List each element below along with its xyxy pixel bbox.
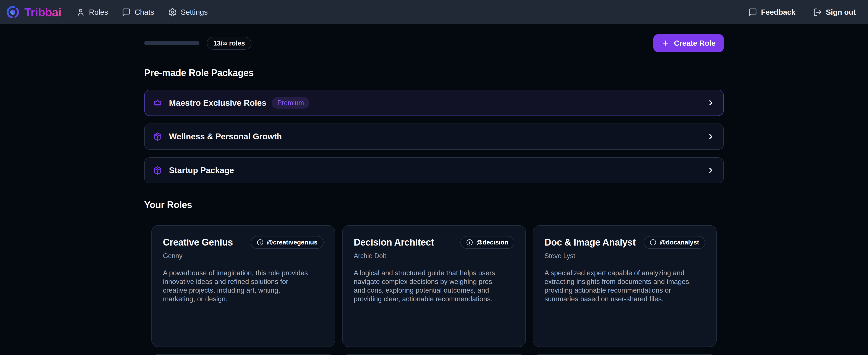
role-subtitle: Archie Doit xyxy=(354,252,514,260)
role-card-partial[interactable] xyxy=(533,354,717,355)
premium-badge: Premium xyxy=(272,97,309,109)
create-role-button[interactable]: Create Role xyxy=(653,34,724,52)
role-handle-badge[interactable]: @decision xyxy=(460,236,514,248)
package-row-startup[interactable]: Startup Package xyxy=(144,157,724,183)
roles-count-badge: 13/∞ roles xyxy=(207,37,251,50)
role-card-header: Doc & Image Analyst @docanalyst xyxy=(545,235,705,249)
role-title: Creative Genius xyxy=(163,237,233,248)
chat-bubble-icon xyxy=(122,8,131,17)
crown-icon xyxy=(153,98,162,108)
nav-item-roles[interactable]: Roles xyxy=(76,8,108,17)
brand[interactable]: Tribbai xyxy=(6,5,61,19)
plus-icon xyxy=(662,39,670,47)
brand-name: Tribbai xyxy=(24,5,61,19)
package-name: Maestro Exclusive Roles xyxy=(169,98,267,108)
role-description: A logical and structured guide that help… xyxy=(354,269,504,303)
role-handle-badge[interactable]: @creativegenius xyxy=(251,236,323,248)
package-row-wellness[interactable]: Wellness & Personal Growth xyxy=(144,123,724,150)
main-content: 13/∞ roles Create Role Pre-made Role Pac… xyxy=(144,34,724,355)
package-name: Wellness & Personal Growth xyxy=(169,132,282,141)
role-description: A powerhouse of imagination, this role p… xyxy=(163,269,314,303)
sign-out-label: Sign out xyxy=(826,8,856,17)
role-card-header: Decision Architect @decision xyxy=(354,235,514,249)
secondary-nav: Feedback Sign out xyxy=(748,8,856,17)
nav-item-label: Settings xyxy=(181,8,208,17)
role-subtitle: Steve Lyst xyxy=(545,252,705,260)
chat-bubble-icon xyxy=(748,8,757,17)
create-role-label: Create Role xyxy=(674,39,716,48)
info-icon xyxy=(257,239,264,246)
info-icon xyxy=(466,239,473,246)
chevron-right-icon xyxy=(707,98,715,107)
roles-grid-next-row xyxy=(144,354,724,355)
app-root: Tribbai Roles Chats Settings xyxy=(0,0,868,355)
top-nav: Tribbai Roles Chats Settings xyxy=(0,0,868,24)
tribbai-logo-icon xyxy=(6,5,20,19)
role-title: Decision Architect xyxy=(354,237,434,248)
nav-item-label: Chats xyxy=(135,8,154,17)
role-handle-badge[interactable]: @docanalyst xyxy=(644,236,705,248)
role-card-creative-genius[interactable]: Creative Genius @creativegenius Genny A … xyxy=(151,225,335,347)
primary-nav: Roles Chats Settings xyxy=(76,8,208,17)
roles-quota-progress-fill xyxy=(144,41,200,45)
role-card-decision-architect[interactable]: Decision Architect @decision Archie Doit… xyxy=(342,225,526,347)
feedback-label: Feedback xyxy=(761,8,796,17)
package-icon xyxy=(153,132,162,141)
sign-out-button[interactable]: Sign out xyxy=(813,8,856,17)
role-handle: @docanalyst xyxy=(660,239,699,246)
nav-item-label: Roles xyxy=(89,8,108,17)
roles-grid: Creative Genius @creativegenius Genny A … xyxy=(144,225,724,347)
roles-quota-progressbar xyxy=(144,41,200,45)
role-title: Doc & Image Analyst xyxy=(545,237,636,248)
roles-toolbar: 13/∞ roles Create Role xyxy=(144,34,724,52)
role-handle: @decision xyxy=(476,239,508,246)
feedback-button[interactable]: Feedback xyxy=(748,8,796,17)
your-roles-section-title: Your Roles xyxy=(144,200,724,210)
roles-quota: 13/∞ roles xyxy=(144,37,251,50)
role-card-header: Creative Genius @creativegenius xyxy=(163,235,323,249)
chevron-right-icon xyxy=(707,132,715,141)
gear-icon xyxy=(168,8,177,17)
package-name: Startup Package xyxy=(169,166,234,175)
role-handle: @creativegenius xyxy=(267,239,317,246)
nav-item-settings[interactable]: Settings xyxy=(168,8,208,17)
user-icon xyxy=(76,8,85,17)
role-description: A specialized expert capable of analyzin… xyxy=(545,269,695,303)
packages-section-title: Pre-made Role Packages xyxy=(144,68,724,78)
package-icon xyxy=(153,166,162,175)
role-card-partial[interactable] xyxy=(342,354,526,355)
logout-icon xyxy=(813,8,822,17)
nav-item-chats[interactable]: Chats xyxy=(122,8,154,17)
role-card-partial[interactable] xyxy=(151,354,335,355)
chevron-right-icon xyxy=(707,166,715,175)
package-row-maestro[interactable]: Maestro Exclusive Roles Premium xyxy=(144,90,724,116)
role-card-doc-image-analyst[interactable]: Doc & Image Analyst @docanalyst Steve Ly… xyxy=(533,225,717,347)
info-icon xyxy=(650,239,656,246)
role-subtitle: Genny xyxy=(163,252,323,260)
